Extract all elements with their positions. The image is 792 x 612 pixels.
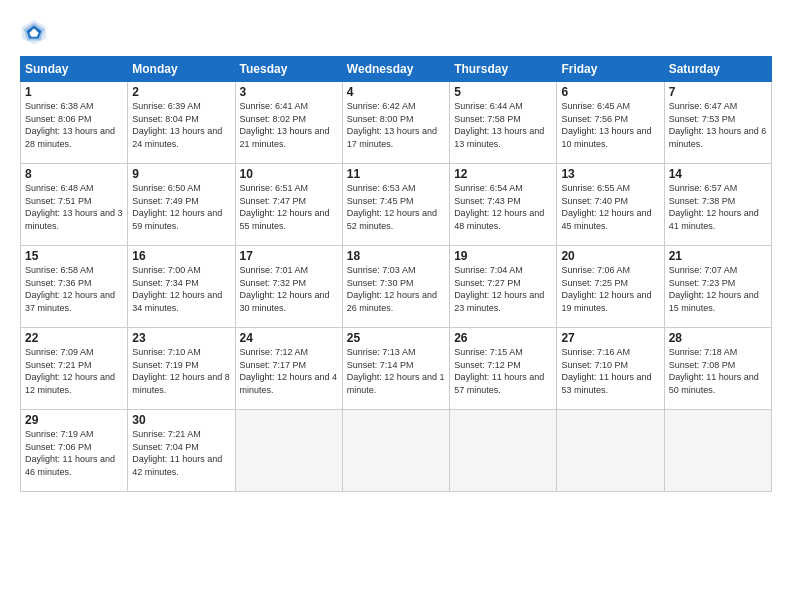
day-info: Sunrise: 6:57 AMSunset: 7:38 PMDaylight:…	[669, 182, 767, 232]
day-info: Sunrise: 7:19 AMSunset: 7:06 PMDaylight:…	[25, 428, 123, 478]
day-number: 10	[240, 167, 338, 181]
day-info: Sunrise: 7:21 AMSunset: 7:04 PMDaylight:…	[132, 428, 230, 478]
calendar-cell: 12 Sunrise: 6:54 AMSunset: 7:43 PMDaylig…	[450, 164, 557, 246]
day-number: 28	[669, 331, 767, 345]
day-info: Sunrise: 7:15 AMSunset: 7:12 PMDaylight:…	[454, 346, 552, 396]
day-number: 20	[561, 249, 659, 263]
day-number: 14	[669, 167, 767, 181]
calendar-cell: 1 Sunrise: 6:38 AMSunset: 8:06 PMDayligh…	[21, 82, 128, 164]
page: Sunday Monday Tuesday Wednesday Thursday…	[0, 0, 792, 612]
day-number: 11	[347, 167, 445, 181]
day-number: 15	[25, 249, 123, 263]
day-number: 5	[454, 85, 552, 99]
day-number: 27	[561, 331, 659, 345]
day-number: 16	[132, 249, 230, 263]
day-info: Sunrise: 6:45 AMSunset: 7:56 PMDaylight:…	[561, 100, 659, 150]
col-thursday: Thursday	[450, 57, 557, 82]
day-info: Sunrise: 7:13 AMSunset: 7:14 PMDaylight:…	[347, 346, 445, 396]
calendar-cell: 17 Sunrise: 7:01 AMSunset: 7:32 PMDaylig…	[235, 246, 342, 328]
day-number: 24	[240, 331, 338, 345]
calendar-cell: 24 Sunrise: 7:12 AMSunset: 7:17 PMDaylig…	[235, 328, 342, 410]
logo-icon	[20, 18, 48, 46]
calendar-cell: 22 Sunrise: 7:09 AMSunset: 7:21 PMDaylig…	[21, 328, 128, 410]
day-number: 18	[347, 249, 445, 263]
calendar-cell	[557, 410, 664, 492]
day-info: Sunrise: 7:03 AMSunset: 7:30 PMDaylight:…	[347, 264, 445, 314]
day-info: Sunrise: 7:07 AMSunset: 7:23 PMDaylight:…	[669, 264, 767, 314]
calendar-cell: 10 Sunrise: 6:51 AMSunset: 7:47 PMDaylig…	[235, 164, 342, 246]
day-info: Sunrise: 6:50 AMSunset: 7:49 PMDaylight:…	[132, 182, 230, 232]
day-info: Sunrise: 6:44 AMSunset: 7:58 PMDaylight:…	[454, 100, 552, 150]
calendar-cell	[235, 410, 342, 492]
calendar-cell: 28 Sunrise: 7:18 AMSunset: 7:08 PMDaylig…	[664, 328, 771, 410]
day-info: Sunrise: 6:38 AMSunset: 8:06 PMDaylight:…	[25, 100, 123, 150]
day-info: Sunrise: 7:04 AMSunset: 7:27 PMDaylight:…	[454, 264, 552, 314]
calendar-cell: 25 Sunrise: 7:13 AMSunset: 7:14 PMDaylig…	[342, 328, 449, 410]
day-number: 4	[347, 85, 445, 99]
calendar-cell: 6 Sunrise: 6:45 AMSunset: 7:56 PMDayligh…	[557, 82, 664, 164]
header-row: Sunday Monday Tuesday Wednesday Thursday…	[21, 57, 772, 82]
calendar-cell: 3 Sunrise: 6:41 AMSunset: 8:02 PMDayligh…	[235, 82, 342, 164]
day-info: Sunrise: 6:48 AMSunset: 7:51 PMDaylight:…	[25, 182, 123, 232]
day-info: Sunrise: 6:51 AMSunset: 7:47 PMDaylight:…	[240, 182, 338, 232]
calendar-cell: 21 Sunrise: 7:07 AMSunset: 7:23 PMDaylig…	[664, 246, 771, 328]
day-number: 25	[347, 331, 445, 345]
day-number: 1	[25, 85, 123, 99]
calendar-cell: 27 Sunrise: 7:16 AMSunset: 7:10 PMDaylig…	[557, 328, 664, 410]
calendar-week-4: 22 Sunrise: 7:09 AMSunset: 7:21 PMDaylig…	[21, 328, 772, 410]
calendar-cell: 23 Sunrise: 7:10 AMSunset: 7:19 PMDaylig…	[128, 328, 235, 410]
day-info: Sunrise: 7:06 AMSunset: 7:25 PMDaylight:…	[561, 264, 659, 314]
calendar-cell: 2 Sunrise: 6:39 AMSunset: 8:04 PMDayligh…	[128, 82, 235, 164]
day-number: 3	[240, 85, 338, 99]
calendar-cell: 5 Sunrise: 6:44 AMSunset: 7:58 PMDayligh…	[450, 82, 557, 164]
calendar-cell: 7 Sunrise: 6:47 AMSunset: 7:53 PMDayligh…	[664, 82, 771, 164]
day-info: Sunrise: 6:41 AMSunset: 8:02 PMDaylight:…	[240, 100, 338, 150]
calendar-cell: 18 Sunrise: 7:03 AMSunset: 7:30 PMDaylig…	[342, 246, 449, 328]
calendar-cell	[342, 410, 449, 492]
calendar-cell: 13 Sunrise: 6:55 AMSunset: 7:40 PMDaylig…	[557, 164, 664, 246]
day-number: 17	[240, 249, 338, 263]
calendar-cell: 20 Sunrise: 7:06 AMSunset: 7:25 PMDaylig…	[557, 246, 664, 328]
calendar-cell: 29 Sunrise: 7:19 AMSunset: 7:06 PMDaylig…	[21, 410, 128, 492]
day-number: 8	[25, 167, 123, 181]
calendar-cell: 8 Sunrise: 6:48 AMSunset: 7:51 PMDayligh…	[21, 164, 128, 246]
day-info: Sunrise: 6:58 AMSunset: 7:36 PMDaylight:…	[25, 264, 123, 314]
day-number: 19	[454, 249, 552, 263]
calendar-week-2: 8 Sunrise: 6:48 AMSunset: 7:51 PMDayligh…	[21, 164, 772, 246]
calendar-cell: 16 Sunrise: 7:00 AMSunset: 7:34 PMDaylig…	[128, 246, 235, 328]
day-number: 12	[454, 167, 552, 181]
day-number: 21	[669, 249, 767, 263]
calendar-cell: 19 Sunrise: 7:04 AMSunset: 7:27 PMDaylig…	[450, 246, 557, 328]
day-number: 30	[132, 413, 230, 427]
day-info: Sunrise: 7:18 AMSunset: 7:08 PMDaylight:…	[669, 346, 767, 396]
day-info: Sunrise: 7:16 AMSunset: 7:10 PMDaylight:…	[561, 346, 659, 396]
calendar-week-5: 29 Sunrise: 7:19 AMSunset: 7:06 PMDaylig…	[21, 410, 772, 492]
day-info: Sunrise: 6:39 AMSunset: 8:04 PMDaylight:…	[132, 100, 230, 150]
col-tuesday: Tuesday	[235, 57, 342, 82]
day-number: 26	[454, 331, 552, 345]
calendar-cell: 30 Sunrise: 7:21 AMSunset: 7:04 PMDaylig…	[128, 410, 235, 492]
col-friday: Friday	[557, 57, 664, 82]
col-sunday: Sunday	[21, 57, 128, 82]
day-number: 9	[132, 167, 230, 181]
col-saturday: Saturday	[664, 57, 771, 82]
calendar-cell	[450, 410, 557, 492]
calendar-cell: 9 Sunrise: 6:50 AMSunset: 7:49 PMDayligh…	[128, 164, 235, 246]
calendar-cell: 15 Sunrise: 6:58 AMSunset: 7:36 PMDaylig…	[21, 246, 128, 328]
day-number: 23	[132, 331, 230, 345]
day-info: Sunrise: 6:47 AMSunset: 7:53 PMDaylight:…	[669, 100, 767, 150]
calendar-table: Sunday Monday Tuesday Wednesday Thursday…	[20, 56, 772, 492]
calendar-cell: 26 Sunrise: 7:15 AMSunset: 7:12 PMDaylig…	[450, 328, 557, 410]
day-info: Sunrise: 7:00 AMSunset: 7:34 PMDaylight:…	[132, 264, 230, 314]
logo	[20, 18, 52, 46]
col-monday: Monday	[128, 57, 235, 82]
day-number: 29	[25, 413, 123, 427]
day-info: Sunrise: 7:09 AMSunset: 7:21 PMDaylight:…	[25, 346, 123, 396]
day-info: Sunrise: 7:10 AMSunset: 7:19 PMDaylight:…	[132, 346, 230, 396]
day-number: 2	[132, 85, 230, 99]
day-info: Sunrise: 6:42 AMSunset: 8:00 PMDaylight:…	[347, 100, 445, 150]
col-wednesday: Wednesday	[342, 57, 449, 82]
calendar-cell: 11 Sunrise: 6:53 AMSunset: 7:45 PMDaylig…	[342, 164, 449, 246]
day-number: 7	[669, 85, 767, 99]
calendar-cell	[664, 410, 771, 492]
